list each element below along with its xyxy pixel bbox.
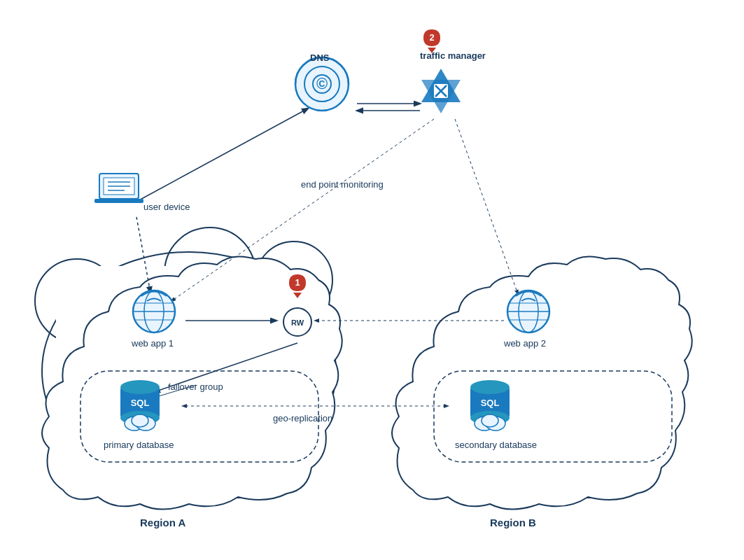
svg-point-53 (470, 380, 510, 394)
svg-point-49 (125, 416, 144, 430)
svg-point-41 (519, 290, 538, 332)
svg-rect-34 (94, 199, 143, 203)
svg-marker-24 (421, 69, 461, 102)
user-device-label: user device (143, 202, 190, 212)
svg-point-21 (304, 66, 339, 102)
web-app-2-label: web app 2 (504, 338, 546, 349)
svg-point-63 (283, 308, 311, 336)
svg-point-40 (507, 290, 549, 332)
svg-line-13 (455, 119, 518, 294)
svg-rect-29 (99, 174, 139, 199)
svg-point-50 (136, 416, 155, 430)
svg-point-35 (133, 290, 175, 332)
svg-point-54 (470, 411, 510, 425)
end-point-monitoring-label: end point monitoring (301, 179, 384, 190)
svg-point-1 (35, 259, 119, 343)
svg-text:2: 2 (429, 32, 434, 43)
failover-group-label: failover group (168, 382, 223, 392)
svg-point-58 (482, 414, 498, 427)
svg-point-22 (313, 75, 331, 93)
svg-point-36 (144, 290, 164, 332)
svg-point-0 (42, 252, 336, 490)
svg-rect-26 (434, 84, 448, 98)
svg-text:1: 1 (295, 277, 300, 288)
svg-point-2 (255, 241, 332, 318)
svg-point-57 (486, 416, 505, 430)
svg-rect-30 (104, 178, 134, 195)
secondary-database-label: secondary database (455, 440, 537, 450)
diagram: © (0, 0, 744, 560)
svg-point-4 (59, 346, 122, 410)
web-app-1-label: web app 1 (132, 338, 174, 349)
svg-point-46 (120, 380, 160, 394)
svg-line-12 (171, 119, 434, 301)
svg-line-28 (435, 85, 447, 97)
svg-line-9 (136, 108, 308, 202)
region-b-label: Region B (490, 517, 536, 528)
region-a-label: Region A (140, 517, 185, 528)
dns-label: DNS (310, 52, 329, 63)
svg-text:RW: RW (291, 318, 304, 327)
traffic-manager-label: traffic manager (420, 50, 486, 61)
svg-text:SQL: SQL (481, 398, 500, 408)
svg-point-3 (164, 227, 255, 318)
svg-marker-61 (293, 293, 302, 298)
svg-point-56 (475, 416, 494, 430)
svg-rect-45 (120, 387, 160, 418)
svg-point-47 (120, 411, 160, 425)
primary-database-label: primary database (104, 440, 174, 450)
geo-replication-label: geo-replication (273, 413, 332, 424)
svg-line-14 (136, 217, 150, 293)
svg-point-5 (245, 350, 315, 420)
svg-point-20 (295, 57, 349, 111)
svg-marker-25 (421, 80, 461, 113)
svg-text:SQL: SQL (131, 398, 150, 408)
svg-line-27 (435, 85, 447, 97)
svg-point-51 (132, 414, 148, 427)
svg-rect-52 (470, 387, 510, 418)
svg-text:©: © (316, 75, 328, 92)
